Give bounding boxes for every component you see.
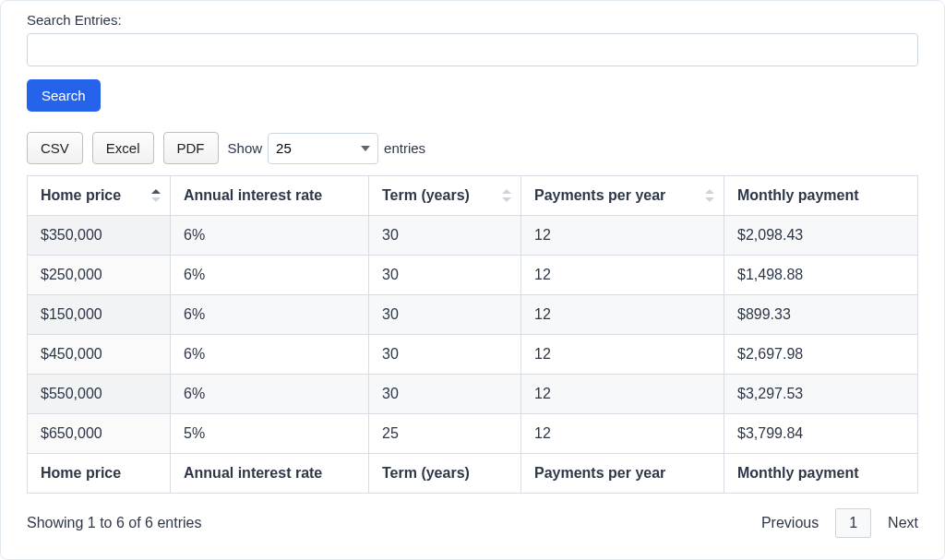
cell-monthly: $1,498.88	[724, 256, 918, 295]
foot-ppy: Payments per year	[521, 454, 724, 494]
cell-home-price: $550,000	[28, 375, 171, 414]
table-footer-row: Home price Annual interest rate Term (ye…	[28, 454, 918, 494]
length-entries-label: entries	[384, 140, 425, 156]
export-pdf-button[interactable]: PDF	[163, 132, 219, 164]
page-length: Show 25 entries	[228, 133, 426, 164]
cell-ppy: 12	[521, 216, 724, 256]
cell-annual-rate: 5%	[171, 414, 369, 454]
table-body: $350,000 6% 30 12 $2,098.43 $250,000 6% …	[28, 216, 918, 454]
table-footer: Showing 1 to 6 of 6 entries Previous 1 N…	[27, 508, 918, 538]
cell-monthly: $3,297.53	[724, 375, 918, 414]
sort-both-icon	[502, 189, 511, 202]
search-button[interactable]: Search	[27, 79, 101, 112]
table-row: $150,000 6% 30 12 $899.33	[28, 295, 918, 335]
pager-previous[interactable]: Previous	[761, 515, 819, 531]
cell-term: 30	[369, 295, 521, 335]
length-show-label: Show	[228, 140, 263, 156]
foot-term: Term (years)	[369, 454, 521, 494]
cell-annual-rate: 6%	[171, 335, 369, 375]
cell-monthly: $899.33	[724, 295, 918, 335]
cell-annual-rate: 6%	[171, 256, 369, 295]
cell-term: 30	[369, 256, 521, 295]
col-home-price-label: Home price	[41, 187, 121, 203]
export-excel-button[interactable]: Excel	[92, 132, 154, 164]
search-input[interactable]	[27, 33, 918, 66]
cell-ppy: 12	[521, 375, 724, 414]
cell-ppy: 12	[521, 256, 724, 295]
table-row: $450,000 6% 30 12 $2,697.98	[28, 335, 918, 375]
table-row: $650,000 5% 25 12 $3,799.84	[28, 414, 918, 454]
col-annual-rate-label: Annual interest rate	[184, 187, 322, 203]
length-select[interactable]: 25	[268, 133, 378, 164]
sort-asc-icon	[151, 189, 161, 202]
cell-annual-rate: 6%	[171, 216, 369, 256]
table-header-row: Home price Annual interest rate Term (ye…	[28, 176, 918, 216]
pager: Previous 1 Next	[761, 508, 918, 538]
cell-term: 25	[369, 414, 521, 454]
export-csv-button[interactable]: CSV	[27, 132, 83, 164]
cell-monthly: $2,098.43	[724, 216, 918, 256]
col-annual-rate[interactable]: Annual interest rate	[171, 176, 369, 216]
col-ppy-label: Payments per year	[534, 187, 665, 203]
toolbar: CSV Excel PDF Show 25 entries	[27, 132, 918, 164]
sort-both-icon	[705, 189, 714, 202]
table-info: Showing 1 to 6 of 6 entries	[27, 515, 201, 531]
cell-ppy: 12	[521, 295, 724, 335]
table-row: $250,000 6% 30 12 $1,498.88	[28, 256, 918, 295]
search-label: Search Entries:	[27, 12, 918, 28]
pager-page-1[interactable]: 1	[835, 508, 871, 538]
col-payments-per-year[interactable]: Payments per year	[521, 176, 724, 216]
data-table: Home price Annual interest rate Term (ye…	[27, 175, 918, 494]
cell-annual-rate: 6%	[171, 375, 369, 414]
foot-annual-rate: Annual interest rate	[171, 454, 369, 494]
foot-home-price: Home price	[28, 454, 171, 494]
col-home-price[interactable]: Home price	[28, 176, 171, 216]
cell-home-price: $450,000	[28, 335, 171, 375]
cell-term: 30	[369, 375, 521, 414]
cell-home-price: $350,000	[28, 216, 171, 256]
col-term-label: Term (years)	[382, 187, 470, 203]
cell-monthly: $3,799.84	[724, 414, 918, 454]
pager-next[interactable]: Next	[888, 515, 918, 531]
cell-home-price: $250,000	[28, 256, 171, 295]
col-monthly-label: Monthly payment	[737, 187, 859, 203]
col-monthly-payment[interactable]: Monthly payment	[724, 176, 918, 216]
cell-annual-rate: 6%	[171, 295, 369, 335]
table-row: $350,000 6% 30 12 $2,098.43	[28, 216, 918, 256]
cell-home-price: $150,000	[28, 295, 171, 335]
cell-ppy: 12	[521, 335, 724, 375]
cell-home-price: $650,000	[28, 414, 171, 454]
table-row: $550,000 6% 30 12 $3,297.53	[28, 375, 918, 414]
cell-monthly: $2,697.98	[724, 335, 918, 375]
cell-ppy: 12	[521, 414, 724, 454]
cell-term: 30	[369, 216, 521, 256]
col-term[interactable]: Term (years)	[369, 176, 521, 216]
page: Search Entries: Search CSV Excel PDF Sho…	[0, 0, 945, 560]
cell-term: 30	[369, 335, 521, 375]
foot-monthly: Monthly payment	[724, 454, 918, 494]
